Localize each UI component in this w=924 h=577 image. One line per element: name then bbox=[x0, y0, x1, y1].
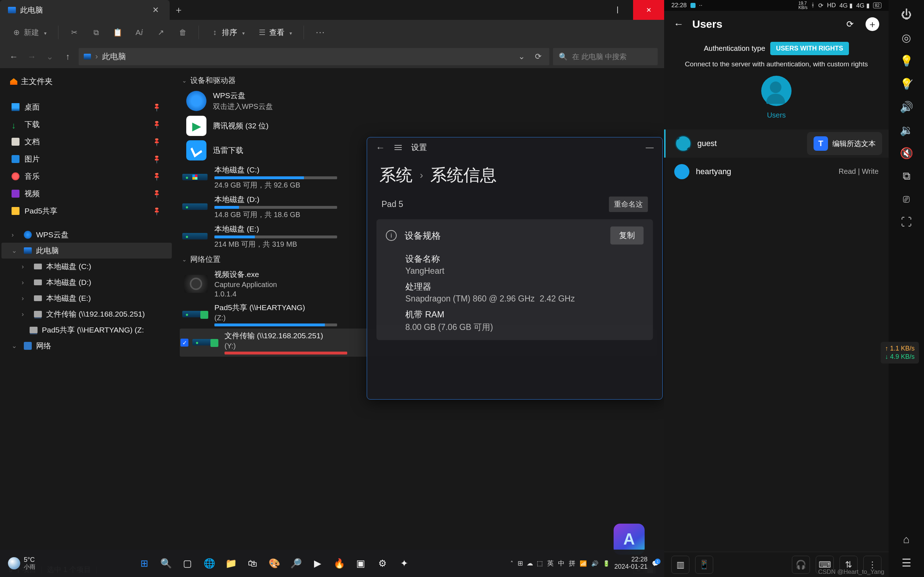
edit-text-popup[interactable]: T 编辑所选文本 bbox=[807, 132, 882, 155]
breadcrumb[interactable]: 此电脑 bbox=[102, 51, 126, 62]
sidebar-tree-wps[interactable]: ›WPS云盘 bbox=[2, 227, 172, 243]
chevron-down-icon[interactable]: ⌄ bbox=[11, 342, 19, 350]
app-icon[interactable]: ▶ bbox=[308, 554, 327, 573]
app-icon[interactable]: ✦ bbox=[395, 554, 414, 573]
add-user-button[interactable]: ＋ bbox=[866, 17, 879, 31]
store-icon[interactable]: 🛍 bbox=[243, 554, 262, 573]
ime-indicator[interactable]: 英 bbox=[547, 559, 554, 567]
address-dropdown-icon[interactable]: ⌄ bbox=[515, 50, 528, 63]
address-refresh-icon[interactable]: ⟳ bbox=[532, 50, 544, 63]
section-devices-header[interactable]: ⌄设备和驱动器 bbox=[180, 73, 657, 89]
sidebar-home[interactable]: 主文件夹 bbox=[2, 72, 172, 91]
item-wps-cloud[interactable]: WPS云盘双击进入WPS云盘 bbox=[180, 89, 657, 114]
tray-icon[interactable]: ☁ bbox=[527, 559, 533, 567]
sidebar-tree-drive-d[interactable]: ›本地磁盘 (D:) bbox=[2, 274, 172, 290]
headphones-icon[interactable]: 🎧 bbox=[792, 556, 810, 574]
new-button[interactable]: ⊕新建 bbox=[7, 24, 52, 40]
chevron-right-icon[interactable]: › bbox=[22, 279, 30, 286]
sidebar-tree-net-ftp[interactable]: ›文件传输 (\\192.168.205.251) bbox=[2, 306, 172, 322]
menu-icon[interactable]: ☰ bbox=[898, 554, 915, 571]
system-tray[interactable]: ⊞ ☁ ⬚ bbox=[518, 559, 543, 567]
window-maximize-button[interactable] bbox=[602, 0, 633, 20]
tray-icon[interactable]: ⊞ bbox=[518, 559, 523, 567]
rename-button[interactable]: Aⅈ bbox=[130, 25, 149, 40]
new-tab-button[interactable]: ＋ bbox=[170, 0, 188, 20]
sidebar-item-videos[interactable]: 视频📌 bbox=[2, 185, 172, 202]
start-button[interactable]: ⊞ bbox=[135, 554, 154, 573]
breadcrumb-system[interactable]: 系统 bbox=[380, 164, 412, 187]
settings-back-button[interactable]: ← bbox=[376, 142, 385, 153]
copy-specs-button[interactable]: 复制 bbox=[611, 226, 643, 245]
crop-icon[interactable]: ⧉ bbox=[898, 167, 915, 185]
back-button[interactable]: ← bbox=[674, 18, 683, 30]
volume-icon[interactable]: 🔊 bbox=[591, 560, 598, 567]
sort-button[interactable]: ↕排序 bbox=[205, 24, 250, 40]
sidebar-tree-this-pc[interactable]: ⌄此电脑 bbox=[2, 243, 172, 259]
volume-up-icon[interactable]: 🔊 bbox=[898, 98, 915, 115]
bulb-off-icon[interactable]: 💡̸ bbox=[898, 75, 915, 92]
settings-minimize-button[interactable]: — bbox=[646, 143, 654, 152]
record-icon[interactable]: ⎚ bbox=[898, 190, 915, 208]
cut-button[interactable]: ✂ bbox=[65, 25, 84, 40]
taskbar-clock[interactable]: 22:282024-01-21 bbox=[614, 556, 648, 571]
view-button[interactable]: ☰查看 bbox=[253, 24, 297, 40]
window-minimize-button[interactable] bbox=[571, 0, 602, 20]
users-group-icon[interactable]: Users bbox=[664, 76, 888, 119]
task-view-button[interactable]: ▢ bbox=[178, 554, 197, 573]
item-tencent-video[interactable]: ▶ 腾讯视频 (32 位) bbox=[180, 114, 657, 138]
chevron-right-icon[interactable]: › bbox=[22, 295, 30, 302]
settings-icon[interactable]: ⚙ bbox=[373, 554, 392, 573]
weather-widget[interactable]: 5°C小雨 bbox=[5, 556, 38, 570]
sidebar-tree-net-pad5[interactable]: Pad5共享 (\\HEARTYANG) (Z: bbox=[2, 322, 172, 338]
battery-icon[interactable]: 🔋 bbox=[603, 560, 610, 567]
pages-icon[interactable]: ▥ bbox=[671, 556, 690, 574]
window-close-button[interactable] bbox=[633, 0, 664, 20]
address-bar[interactable]: › 此电脑 ⌄ ⟳ bbox=[79, 48, 549, 65]
wifi-icon[interactable]: 📶 bbox=[580, 560, 587, 567]
app-icon[interactable]: 🎨 bbox=[265, 554, 284, 573]
sidebar-tree-drive-e[interactable]: ›本地磁盘 (E:) bbox=[2, 290, 172, 306]
sidebar-item-pictures[interactable]: 图片📌 bbox=[2, 150, 172, 168]
search-input[interactable]: 🔍 在 此电脑 中搜索 bbox=[553, 48, 657, 65]
everything-icon[interactable]: 🔎 bbox=[287, 554, 305, 573]
rotate-icon[interactable]: ◎ bbox=[898, 29, 915, 46]
chevron-right-icon[interactable]: › bbox=[22, 263, 30, 271]
hamburger-icon[interactable] bbox=[394, 145, 402, 150]
chevron-down-icon[interactable]: ⌄ bbox=[11, 247, 19, 255]
search-button[interactable]: 🔍 bbox=[157, 554, 175, 573]
refresh-button[interactable]: ⟳ bbox=[843, 17, 857, 31]
power-icon[interactable]: ⏻ bbox=[898, 6, 915, 23]
sidebar-item-downloads[interactable]: 下载📌 bbox=[2, 116, 172, 133]
edge-icon[interactable]: 🌐 bbox=[200, 554, 219, 573]
chevron-right-icon[interactable]: › bbox=[11, 231, 19, 239]
ime-indicator[interactable]: 拼 bbox=[569, 559, 575, 567]
ime-indicator[interactable]: 中 bbox=[558, 559, 564, 567]
fullscreen-icon[interactable]: ⛶ bbox=[898, 213, 915, 231]
nav-up-button[interactable]: ↑ bbox=[61, 49, 75, 64]
user-row-heartyang[interactable]: heartyang Read | Write bbox=[664, 158, 888, 186]
sidebar-tree-network[interactable]: ⌄网络 bbox=[2, 338, 172, 354]
more-button[interactable]: ⋯ bbox=[310, 24, 330, 41]
nav-recent-button[interactable]: ⌄ bbox=[43, 49, 57, 64]
copy-button[interactable]: ⧉ bbox=[87, 25, 105, 40]
bulb-icon[interactable]: 💡 bbox=[898, 52, 915, 69]
volume-down-icon[interactable]: 🔉 bbox=[898, 121, 915, 139]
tab-this-pc[interactable]: 此电脑 ✕ bbox=[0, 0, 170, 20]
sidebar-item-desktop[interactable]: 桌面📌 bbox=[2, 98, 172, 116]
sidebar-item-music[interactable]: 音乐📌 bbox=[2, 168, 172, 185]
paste-button[interactable]: 📋 bbox=[108, 25, 127, 40]
share-button[interactable]: ↗ bbox=[152, 25, 170, 40]
explorer-icon[interactable]: 📁 bbox=[221, 554, 241, 573]
rename-pc-button[interactable]: 重命名这 bbox=[609, 197, 648, 212]
chevron-right-icon[interactable]: › bbox=[22, 311, 30, 318]
mute-icon[interactable]: 🔇 bbox=[898, 144, 915, 161]
checkbox-checked-icon[interactable]: ✓ bbox=[181, 338, 188, 347]
sidebar-item-documents[interactable]: 文档📌 bbox=[2, 133, 172, 150]
terminal-icon[interactable]: ▣ bbox=[352, 554, 370, 573]
delete-button[interactable]: 🗑 bbox=[173, 25, 192, 40]
tab-close-icon[interactable]: ✕ bbox=[149, 4, 162, 16]
phone-icon[interactable]: 📱 bbox=[695, 556, 713, 574]
app-icon[interactable]: 🔥 bbox=[330, 554, 349, 573]
notifications-icon[interactable]: 💬1 bbox=[652, 560, 659, 567]
tray-chevron-icon[interactable]: ˄ bbox=[510, 560, 513, 567]
